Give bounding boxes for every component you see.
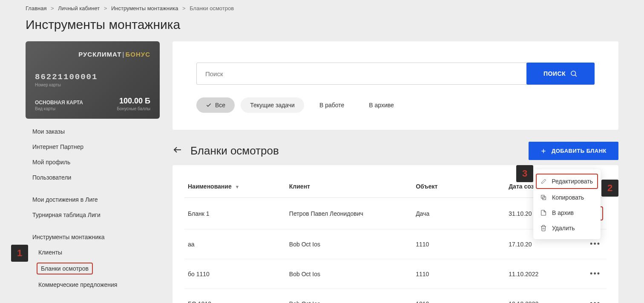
- sidebar-item-achievements[interactable]: Мои достижения в Лиге: [26, 192, 160, 207]
- nav-list: Мои заказы Интернет Партнер Мой профиль …: [26, 124, 160, 303]
- menu-archive[interactable]: В архив: [533, 205, 601, 220]
- card-number: 86221100001: [35, 72, 150, 82]
- table-panel: Наименование ▼ Клиент Объект Дата соз Бл…: [172, 165, 618, 303]
- cell-name: БО 1010: [184, 289, 286, 303]
- cell-name: Бланк 1: [184, 198, 286, 229]
- archive-icon: [540, 209, 547, 216]
- check-icon: [206, 102, 212, 108]
- context-menu: Редактировать Копировать В архив Удалить: [533, 169, 601, 239]
- plus-icon: [540, 148, 546, 154]
- section-header: Бланки осмотров ДОБАВИТЬ БЛАНК: [172, 142, 618, 160]
- filter-row: Все Текущие задачи В работе В архиве: [196, 97, 595, 113]
- breadcrumb-item-current: Бланки осмотров: [190, 5, 234, 11]
- sidebar-item-offers[interactable]: Коммерческие предложения: [26, 277, 160, 292]
- sidebar-item-blanks[interactable]: Бланки осмотров: [37, 263, 93, 274]
- sidebar-item-logout[interactable]: Выйти из профиля: [26, 299, 160, 303]
- cell-client: Bob Oct Ios: [286, 259, 412, 289]
- breadcrumb-item[interactable]: Личный кабинет: [58, 5, 100, 11]
- cell-client: Bob Oct Ios: [286, 289, 412, 303]
- cell-object: Дача: [412, 198, 505, 229]
- sidebar-item-clients[interactable]: Клиенты: [26, 245, 160, 260]
- copy-icon: [540, 194, 547, 201]
- trash-icon: [540, 225, 547, 232]
- edit-icon: [541, 178, 546, 185]
- page-title: Инструменты монтажника: [26, 17, 618, 32]
- cell-name: aa: [184, 229, 286, 259]
- filter-current[interactable]: Текущие задачи: [241, 97, 304, 113]
- card-type-label: Вид карты: [35, 106, 83, 111]
- filter-all[interactable]: Все: [196, 97, 235, 113]
- sidebar-item-orders[interactable]: Мои заказы: [26, 124, 160, 139]
- cell-name: бо 1110: [184, 259, 286, 289]
- sidebar-item-tournament[interactable]: Турнирная таблица Лиги: [26, 207, 160, 223]
- card-type: ОСНОВНАЯ КАРТА: [35, 100, 83, 106]
- add-blank-button[interactable]: ДОБАВИТЬ БЛАНК: [529, 142, 618, 160]
- row-actions-button[interactable]: •••: [587, 297, 603, 303]
- menu-delete[interactable]: Удалить: [533, 220, 601, 236]
- section-title: Бланки осмотров: [190, 144, 279, 157]
- search-panel: ПОИСК Все Текущие задачи В работе В архи…: [172, 41, 618, 130]
- sidebar-item-profile[interactable]: Мой профиль: [26, 154, 160, 170]
- th-client[interactable]: Клиент: [286, 178, 412, 198]
- annotation-3: 3: [516, 165, 533, 182]
- cell-client: Петров Павел Леонидович: [286, 198, 412, 229]
- cell-object: 1010: [412, 289, 505, 303]
- annotation-2: 2: [601, 180, 618, 197]
- table-row[interactable]: бо 1110Bob Oct Ios111011.10.2022•••: [184, 259, 607, 289]
- sidebar: РУСКЛИМАТ|БОНУС 86221100001 Номер карты …: [26, 41, 160, 303]
- filter-in-work[interactable]: В работе: [310, 97, 354, 113]
- search-input[interactable]: [196, 63, 527, 85]
- card-brand: РУСКЛИМАТ|БОНУС: [35, 51, 150, 58]
- sidebar-heading-tools[interactable]: Инструменты монтажника: [26, 229, 160, 245]
- card-number-label: Номер карты: [35, 83, 150, 87]
- filter-archived[interactable]: В архиве: [359, 97, 403, 113]
- th-object[interactable]: Объект: [412, 178, 505, 198]
- search-button[interactable]: ПОИСК: [526, 63, 595, 85]
- menu-copy[interactable]: Копировать: [533, 190, 601, 205]
- row-actions-button[interactable]: •••: [587, 268, 603, 280]
- card-balance: 100.00 Б: [117, 97, 150, 106]
- breadcrumb-item[interactable]: Главная: [26, 5, 46, 11]
- sort-icon: ▼: [235, 184, 240, 189]
- back-arrow-icon[interactable]: [172, 145, 183, 157]
- breadcrumb: Главная > Личный кабинет > Инструменты м…: [26, 5, 618, 11]
- bonus-card: РУСКЛИМАТ|БОНУС 86221100001 Номер карты …: [26, 41, 160, 119]
- sidebar-item-partner[interactable]: Интернет Партнер: [26, 139, 160, 154]
- cell-date: 10.10.2022: [505, 289, 581, 303]
- main-content: ПОИСК Все Текущие задачи В работе В архи…: [172, 41, 618, 303]
- breadcrumb-item[interactable]: Инструменты монтажника: [111, 5, 178, 11]
- svg-point-0: [571, 71, 576, 76]
- sidebar-item-users[interactable]: Пользователи: [26, 170, 160, 185]
- annotation-1: 1: [11, 245, 28, 262]
- cell-date: 11.10.2022: [505, 259, 581, 289]
- th-name[interactable]: Наименование ▼: [184, 178, 286, 198]
- table-row[interactable]: БО 1010Bob Oct Ios101010.10.2022•••: [184, 289, 607, 303]
- card-balance-label: Бонусные баллы: [117, 106, 150, 111]
- search-icon: [570, 70, 578, 77]
- cell-object: 1110: [412, 229, 505, 259]
- svg-line-1: [575, 75, 576, 76]
- cell-object: 1110: [412, 259, 505, 289]
- row-actions-button[interactable]: •••: [587, 238, 603, 250]
- cell-client: Bob Oct Ios: [286, 229, 412, 259]
- menu-edit[interactable]: Редактировать: [536, 174, 598, 189]
